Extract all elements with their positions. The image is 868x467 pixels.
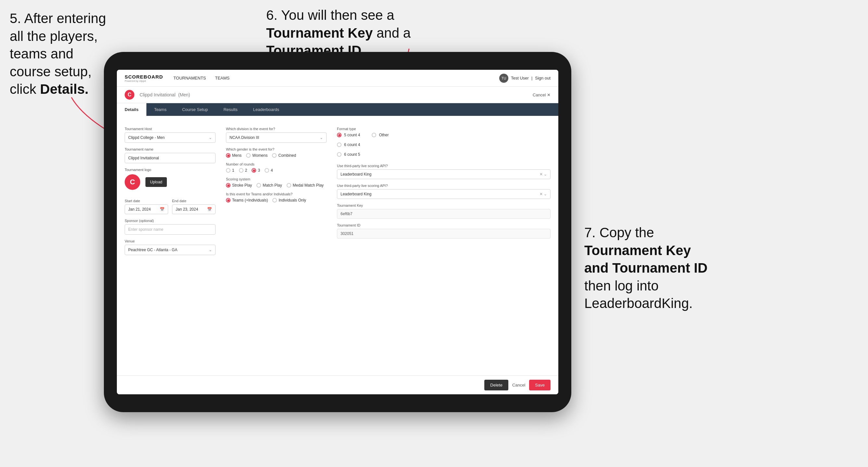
tournament-icon: C <box>125 90 134 100</box>
tablet: SCOREBOARD Powered by clippd TOURNAMENTS… <box>104 52 571 412</box>
third-party2-clear[interactable]: ✕ ⌄ <box>539 192 547 196</box>
third-party1-clear[interactable]: ✕ ⌄ <box>539 172 547 177</box>
tab-details[interactable]: Details <box>117 103 146 116</box>
scoring-medal-radio[interactable] <box>287 183 291 188</box>
format-type-label: Format type <box>337 127 551 131</box>
tab-results[interactable]: Results <box>216 103 245 116</box>
round-2-radio[interactable] <box>239 168 244 173</box>
header-right: TU Test User | Sign out <box>499 74 551 83</box>
header-separator: | <box>531 75 532 81</box>
third-party2-label: Use third-party live scoring API? <box>337 184 551 188</box>
venue-input[interactable]: Peachtree GC - Atlanta - GA <box>125 245 216 255</box>
logo-area: SCOREBOARD Powered by clippd <box>125 74 163 83</box>
app-header: SCOREBOARD Powered by clippd TOURNAMENTS… <box>117 70 558 87</box>
middle-column: Which division is the event for? NCAA Di… <box>226 122 327 369</box>
tournament-id-value: 302051 <box>337 229 551 239</box>
tournament-name: Clippd Invitational (Men) <box>138 92 190 98</box>
calendar-icon-end: 📅 <box>207 207 212 212</box>
tablet-screen: SCOREBOARD Powered by clippd TOURNAMENTS… <box>117 70 558 394</box>
teams-individuals[interactable]: Teams (+Individuals) <box>226 198 268 203</box>
end-date-input[interactable]: Jan 23, 2024 📅 <box>172 205 216 214</box>
scoring-system-label: Scoring system <box>226 177 327 181</box>
tournament-host-input[interactable]: Clippd College - Men <box>125 132 216 143</box>
logo-upload-row: C Upload <box>125 174 216 190</box>
main-content: Tournament Host Clippd College - Men Tou… <box>117 116 558 375</box>
bottom-bar: Delete Cancel Save <box>117 375 558 394</box>
logo-title: SCOREBOARD <box>125 74 163 80</box>
format-6count4[interactable]: 6 count 4 <box>337 143 360 147</box>
upload-button[interactable]: Upload <box>146 177 167 187</box>
tournament-name-label: Tournament name <box>125 147 216 151</box>
tab-bar: Details Teams Course Setup Results Leade… <box>117 103 558 116</box>
round-3[interactable]: 3 <box>252 168 260 173</box>
round-1-radio[interactable] <box>226 168 230 173</box>
which-division-label: Which division is the event for? <box>226 127 327 131</box>
round-4-radio[interactable] <box>265 168 269 173</box>
user-avatar: TU <box>499 74 508 83</box>
individuals-only[interactable]: Individuals Only <box>272 198 306 203</box>
sign-out-link[interactable]: Sign out <box>535 75 551 81</box>
tab-leaderboards[interactable]: Leaderboards <box>245 103 287 116</box>
teams-individuals-radio[interactable] <box>226 198 230 203</box>
sponsor-input[interactable]: Enter sponsor name <box>125 224 216 235</box>
tournament-key-label: Tournament Key <box>337 204 551 207</box>
cancel-tournament-btn[interactable]: Cancel ✕ <box>533 93 551 97</box>
third-party1-label: Use third-party live scoring API? <box>337 164 551 168</box>
user-name: Test User <box>511 75 529 81</box>
gender-radio-group: Mens Womens Combined <box>226 153 327 158</box>
which-gender-label: Which gender is the event for? <box>226 147 327 151</box>
round-1[interactable]: 1 <box>226 168 235 173</box>
format-6count5[interactable]: 6 count 5 <box>337 152 360 157</box>
which-division-input[interactable]: NCAA Division III <box>226 132 327 143</box>
scoring-medal-match[interactable]: Medal Match Play <box>287 183 323 188</box>
teams-radio-group: Teams (+Individuals) Individuals Only <box>226 198 327 203</box>
right-column: Format type 5 count 4 6 count 4 <box>337 122 551 369</box>
format-5count4-radio[interactable] <box>337 133 341 137</box>
tournament-logo-label: Tournament logo <box>125 168 216 172</box>
scoring-match-play[interactable]: Match Play <box>256 183 282 188</box>
nav-teams[interactable]: TEAMS <box>215 75 230 81</box>
nav-links: TOURNAMENTS TEAMS <box>173 75 499 81</box>
logo-circle: C <box>125 174 140 190</box>
gender-combined[interactable]: Combined <box>272 153 296 158</box>
gender-womens[interactable]: Womens <box>246 153 268 158</box>
end-date-field: End date Jan 23, 2024 📅 <box>172 194 216 214</box>
left-column: Tournament Host Clippd College - Men Tou… <box>125 122 216 369</box>
individuals-only-radio[interactable] <box>272 198 277 203</box>
format-other[interactable]: Other <box>372 133 389 137</box>
round-4[interactable]: 4 <box>265 168 273 173</box>
third-party2-select[interactable]: Leaderboard King ✕ ⌄ <box>337 189 551 199</box>
tournament-name-input[interactable]: Clippd Invitational <box>125 153 216 163</box>
scoring-stroke-play[interactable]: Stroke Play <box>226 183 252 188</box>
calendar-icon: 📅 <box>160 207 164 212</box>
gender-womens-radio[interactable] <box>246 153 251 158</box>
format-6count5-radio[interactable] <box>337 152 341 157</box>
format-5count4[interactable]: 5 count 4 <box>337 133 360 137</box>
start-date-field: Start date Jan 21, 2024 📅 <box>125 194 168 214</box>
scoring-match-radio[interactable] <box>256 183 261 188</box>
rounds-radio-group: 1 2 3 4 <box>226 168 327 173</box>
cancel-button[interactable]: Cancel <box>512 383 525 387</box>
sponsor-label: Sponsor (optional) <box>125 219 216 223</box>
scoring-stroke-radio[interactable] <box>226 183 230 188</box>
annotation-bottom-right: 7. Copy the Tournament Key and Tournamen… <box>584 224 773 313</box>
gender-combined-radio[interactable] <box>272 153 277 158</box>
round-3-radio[interactable] <box>252 168 256 173</box>
num-rounds-label: Number of rounds <box>226 162 327 166</box>
logo-sub: Powered by clippd <box>125 80 163 83</box>
gender-mens[interactable]: Mens <box>226 153 242 158</box>
delete-button[interactable]: Delete <box>484 380 508 391</box>
round-2[interactable]: 2 <box>239 168 247 173</box>
gender-mens-radio[interactable] <box>226 153 230 158</box>
save-button[interactable]: Save <box>529 380 551 391</box>
nav-tournaments[interactable]: TOURNAMENTS <box>173 75 206 81</box>
third-party1-select[interactable]: Leaderboard King ✕ ⌄ <box>337 169 551 179</box>
start-date-input[interactable]: Jan 21, 2024 📅 <box>125 205 168 214</box>
format-6count4-radio[interactable] <box>337 143 341 147</box>
start-date-label: Start date <box>125 199 168 203</box>
tournament-host-label: Tournament Host <box>125 127 216 131</box>
tab-teams[interactable]: Teams <box>146 103 174 116</box>
tournament-key-value: 6ef6b7 <box>337 209 551 219</box>
tab-course-setup[interactable]: Course Setup <box>174 103 216 116</box>
format-other-radio[interactable] <box>372 133 376 137</box>
